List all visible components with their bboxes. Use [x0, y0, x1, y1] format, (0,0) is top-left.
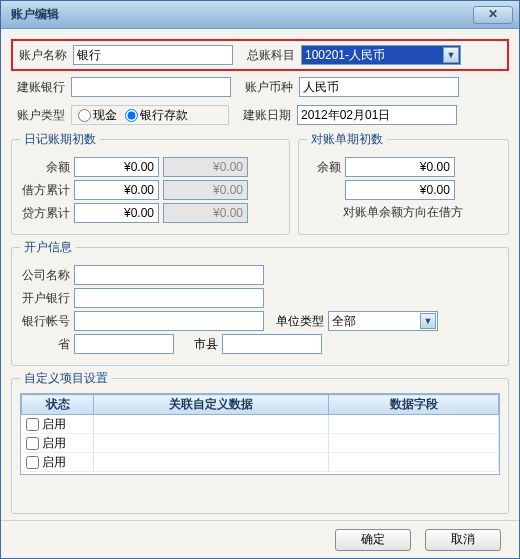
journal-credit-2	[163, 203, 248, 223]
enable-checkbox[interactable]	[26, 437, 39, 450]
table-row[interactable]: 启用	[22, 453, 499, 472]
account-type-label: 账户类型	[15, 107, 65, 124]
journal-legend: 日记账期初数	[20, 131, 100, 148]
currency-input[interactable]	[299, 77, 459, 97]
col-link: 关联自定义数据	[94, 395, 329, 415]
statement-balance-label: 余额	[307, 159, 341, 176]
journal-debit-label: 借方累计	[20, 182, 70, 199]
openbank-input[interactable]	[74, 288, 264, 308]
journal-balance-label: 余额	[20, 159, 70, 176]
journal-fieldset: 日记账期初数 余额 借方累计 贷方累计	[11, 131, 290, 235]
cancel-button[interactable]: 取消	[425, 529, 501, 551]
open-bank-label: 建账银行	[15, 79, 65, 96]
unit-type-select[interactable]: 全部 ▼	[328, 311, 438, 331]
date-label: 建账日期	[235, 107, 291, 124]
company-label: 公司名称	[20, 267, 70, 284]
journal-credit-1[interactable]	[74, 203, 159, 223]
statement-note: 对账单余额方向在借方	[307, 204, 500, 221]
custom-table: 状态 关联自定义数据 数据字段 启用 启用 启用	[20, 393, 500, 475]
account-name-input[interactable]	[73, 45, 233, 65]
col-status: 状态	[22, 395, 94, 415]
journal-debit-1[interactable]	[74, 180, 159, 200]
openinfo-legend: 开户信息	[20, 239, 76, 256]
close-button[interactable]: ✕	[473, 6, 513, 24]
currency-label: 账户币种	[237, 79, 293, 96]
open-bank-input[interactable]	[71, 77, 231, 97]
enable-checkbox[interactable]	[26, 418, 39, 431]
statement-legend: 对账单期初数	[307, 131, 387, 148]
ledger-label: 总账科目	[239, 47, 295, 64]
cash-radio[interactable]: 现金	[78, 107, 117, 124]
province-label: 省	[20, 336, 70, 353]
province-input[interactable]	[74, 334, 174, 354]
footer: 确定 取消	[1, 520, 519, 558]
journal-balance-1[interactable]	[74, 157, 159, 177]
enable-checkbox[interactable]	[26, 456, 39, 469]
table-row[interactable]: 启用	[22, 415, 499, 434]
city-label: 市县	[178, 336, 218, 353]
openinfo-fieldset: 开户信息 公司名称 开户银行 银行帐号 单位类型 全部 ▼ 省	[11, 239, 509, 366]
custom-legend: 自定义项目设置	[20, 370, 112, 387]
ok-button[interactable]: 确定	[335, 529, 411, 551]
journal-debit-2	[163, 180, 248, 200]
bankacct-input[interactable]	[74, 311, 264, 331]
table-row[interactable]: 启用	[22, 434, 499, 453]
chevron-down-icon: ▼	[443, 47, 459, 63]
window-title: 账户编辑	[7, 6, 473, 23]
statement-fieldset: 对账单期初数 余额 对账单余额方向在借方	[298, 131, 509, 235]
openbank-label: 开户银行	[20, 290, 70, 307]
journal-balance-2	[163, 157, 248, 177]
unit-type-label: 单位类型	[268, 313, 324, 330]
journal-credit-label: 贷方累计	[20, 205, 70, 222]
statement-balance-1[interactable]	[345, 157, 455, 177]
highlight-row: 账户名称 总账科目 100201-人民币 ▼	[11, 39, 509, 71]
company-input[interactable]	[74, 265, 264, 285]
date-input[interactable]	[297, 105, 457, 125]
deposit-radio[interactable]: 银行存款	[125, 107, 188, 124]
chevron-down-icon: ▼	[420, 313, 436, 329]
custom-fieldset: 自定义项目设置 状态 关联自定义数据 数据字段 启用	[11, 370, 509, 514]
account-name-label: 账户名称	[17, 47, 67, 64]
ledger-select[interactable]: 100201-人民币 ▼	[301, 45, 461, 65]
unit-type-value: 全部	[332, 313, 356, 330]
city-input[interactable]	[222, 334, 322, 354]
col-field: 数据字段	[329, 395, 499, 415]
titlebar: 账户编辑 ✕	[1, 1, 519, 29]
ledger-value: 100201-人民币	[305, 47, 385, 64]
close-icon: ✕	[488, 7, 498, 21]
statement-balance-2[interactable]	[345, 180, 455, 200]
bankacct-label: 银行帐号	[20, 313, 70, 330]
